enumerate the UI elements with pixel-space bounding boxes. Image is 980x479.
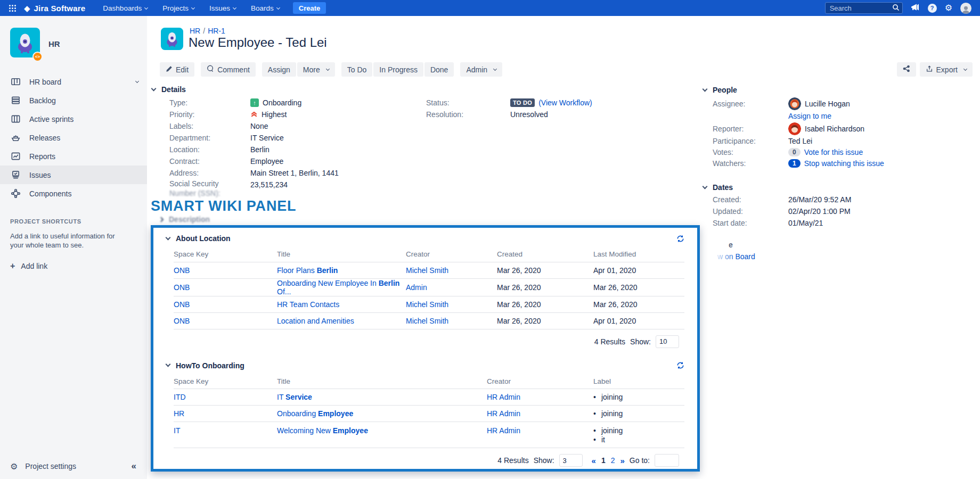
sidebar-item-active-sprints[interactable]: Active sprints: [0, 110, 147, 128]
about-location-footer: 4 Results Show:: [166, 335, 679, 349]
share-button[interactable]: [897, 62, 916, 77]
page-title-link[interactable]: Location and Amenities: [277, 317, 354, 325]
assignee-link[interactable]: Lucille Hogan: [805, 100, 850, 108]
sidebar-item-backlog[interactable]: Backlog: [0, 91, 147, 110]
show-count-input[interactable]: [559, 454, 583, 467]
comment-button[interactable]: Comment: [201, 62, 256, 77]
refresh-icon[interactable]: [676, 361, 684, 369]
board-icon: [10, 77, 21, 87]
column-header: Label: [593, 374, 684, 389]
done-transition-button[interactable]: Done: [424, 62, 454, 77]
stop-watching-link[interactable]: Stop watching this issue: [804, 159, 884, 168]
space-key-link[interactable]: ONB: [174, 266, 190, 275]
label-item: joining: [593, 393, 684, 402]
collapse-about-location-icon[interactable]: [166, 235, 171, 240]
chevron-down-icon: [326, 67, 330, 71]
search-input[interactable]: [825, 2, 903, 14]
user-avatar[interactable]: [960, 3, 971, 14]
page-title-link[interactable]: Onboarding New Employee In Berlin Of...: [277, 279, 399, 296]
assign-to-me-link[interactable]: Assign to me: [788, 112, 831, 120]
app-switcher-icon[interactable]: [9, 4, 17, 12]
reporter-link[interactable]: Isabel Richardson: [805, 125, 864, 133]
project-settings-button[interactable]: Project settings: [25, 462, 76, 470]
backlog-icon: [10, 95, 21, 105]
page-title-link[interactable]: IT Service: [277, 393, 312, 401]
view-workflow-link[interactable]: (View Workflow): [538, 98, 592, 107]
sidebar-item-hr-board[interactable]: HR board: [0, 72, 147, 91]
table-row: ITD IT Service HR Admin joining: [174, 389, 684, 406]
chevron-down-icon: [493, 67, 497, 71]
creator-link[interactable]: Admin: [406, 283, 427, 292]
space-key-link[interactable]: IT: [174, 426, 180, 435]
sidebar-menu: HR board Backlog Active sprints Releases…: [0, 72, 147, 203]
page-title-link[interactable]: Onboarding Employee: [277, 409, 353, 418]
more-button[interactable]: More: [297, 62, 335, 77]
breadcrumb-issue-link[interactable]: HR-1: [208, 27, 225, 35]
expand-description-icon[interactable]: [159, 217, 164, 222]
sidebar-item-issues[interactable]: Issues: [0, 166, 147, 184]
collapse-sidebar-button[interactable]: «: [132, 461, 136, 472]
nav-boards[interactable]: Boards: [246, 0, 284, 16]
in-progress-transition-button[interactable]: In Progress: [373, 62, 423, 77]
votes-count-badge: 0: [788, 148, 801, 156]
description-section-header: Description: [159, 215, 210, 224]
first-page-button[interactable]: «: [592, 456, 596, 465]
page-title-link[interactable]: HR Team Contacts: [277, 300, 339, 309]
people-fields: Assignee: Lucille Hogan Assign to me Rep…: [713, 97, 884, 169]
search-icon: [892, 4, 900, 13]
todo-transition-button[interactable]: To Do: [341, 62, 373, 77]
space-key-link[interactable]: ITD: [174, 393, 186, 401]
goto-page-input[interactable]: [655, 454, 679, 467]
page-title-link[interactable]: Welcoming New Employee: [277, 426, 368, 435]
space-key-link[interactable]: ONB: [174, 283, 190, 292]
refresh-icon[interactable]: [676, 235, 684, 243]
collapse-people-icon[interactable]: [703, 86, 708, 92]
vote-link[interactable]: Vote for this issue: [804, 148, 863, 156]
page-title-link[interactable]: Floor Plans Berlin: [277, 266, 338, 275]
last-page-button[interactable]: »: [620, 456, 625, 465]
gear-icon[interactable]: ⚙: [945, 4, 952, 12]
creator-link[interactable]: HR Admin: [487, 409, 520, 418]
nav-projects[interactable]: Projects: [158, 0, 199, 16]
smart-wiki-panel-annotation: SMART WIKI PANEL: [151, 198, 296, 214]
export-button[interactable]: Export: [920, 62, 973, 77]
assignee-avatar: [788, 97, 801, 110]
space-key-link[interactable]: ONB: [174, 317, 190, 325]
show-count-input[interactable]: [656, 335, 679, 348]
project-name: HR: [48, 39, 60, 48]
admin-button[interactable]: Admin: [460, 62, 502, 77]
collapse-howto-icon[interactable]: [166, 362, 171, 367]
nav-issues[interactable]: Issues: [205, 0, 241, 16]
sidebar-item-reports[interactable]: Reports: [0, 147, 147, 166]
space-key-link[interactable]: ONB: [174, 300, 190, 309]
results-count: 4 Results: [497, 456, 528, 465]
sidebar-item-components[interactable]: Components: [0, 184, 147, 203]
project-avatar[interactable]: <>: [10, 28, 40, 60]
status-fields: Status: TO DO (View Workflow) Resolution…: [426, 97, 592, 120]
sidebar-item-releases[interactable]: Releases: [0, 128, 147, 147]
jira-logo[interactable]: ◆ Jira Software: [24, 4, 85, 13]
collapse-dates-icon[interactable]: [703, 184, 708, 189]
page-2-link[interactable]: 2: [611, 456, 615, 465]
creator-link[interactable]: HR Admin: [487, 393, 520, 401]
view-on-board-link-fragment[interactable]: w on Board: [717, 252, 755, 261]
edit-button[interactable]: Edit: [160, 62, 194, 77]
collapse-details-icon[interactable]: [151, 86, 157, 91]
creator-link[interactable]: Michel Smith: [406, 266, 448, 275]
announcements-icon[interactable]: [911, 3, 920, 13]
creator-link[interactable]: Michel Smith: [406, 300, 448, 309]
plus-icon: +: [10, 262, 15, 270]
breadcrumb-project-link[interactable]: HR: [190, 27, 200, 35]
add-link-button[interactable]: + Add link: [10, 262, 136, 270]
nav-dashboards[interactable]: Dashboards: [98, 0, 152, 16]
issue-project-avatar[interactable]: [161, 28, 183, 52]
space-key-link[interactable]: HR: [174, 409, 184, 418]
help-icon[interactable]: ?: [928, 4, 937, 13]
table-row: ONB Floor Plans Berlin Michel Smith Mar …: [174, 262, 684, 278]
creator-link[interactable]: HR Admin: [487, 426, 520, 435]
creator-link[interactable]: Michel Smith: [406, 317, 448, 325]
create-button[interactable]: Create: [293, 2, 326, 14]
priority-highest-icon: [250, 110, 258, 119]
assign-button[interactable]: Assign: [262, 62, 296, 77]
chart-icon: [10, 151, 21, 161]
